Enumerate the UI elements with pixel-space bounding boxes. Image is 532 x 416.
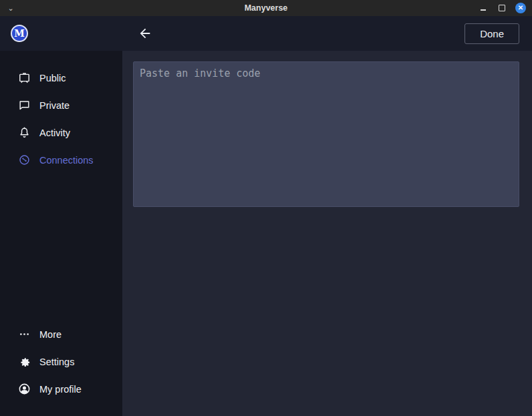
connections-icon <box>18 154 31 166</box>
minimize-button[interactable] <box>477 2 489 14</box>
sidebar-item-more[interactable]: More <box>0 321 122 348</box>
done-button[interactable]: Done <box>464 23 519 44</box>
restore-icon <box>499 5 505 11</box>
main-content <box>122 51 532 416</box>
back-button[interactable] <box>134 23 156 44</box>
sidebar-item-public[interactable]: Public <box>0 64 122 91</box>
invite-code-input[interactable] <box>133 61 519 207</box>
window-title: Manyverse <box>0 3 532 13</box>
restore-button[interactable] <box>496 2 508 14</box>
sidebar: Public Private Activit <box>0 51 122 416</box>
sidebar-item-private[interactable]: Private <box>0 91 122 119</box>
bell-icon <box>18 126 31 139</box>
sidebar-item-activity[interactable]: Activity <box>0 119 122 146</box>
sidebar-item-label: Connections <box>39 155 94 166</box>
sidebar-footer: More Settings My <box>0 321 122 416</box>
message-icon <box>18 99 31 112</box>
back-arrow-icon <box>138 26 152 41</box>
dots-horizontal-icon <box>18 328 31 341</box>
window-menu-chevron-icon[interactable]: ⌄ <box>3 0 19 16</box>
close-icon: ✕ <box>515 3 526 13</box>
manyverse-window: ⌄ Manyverse ✕ M Done <box>0 0 532 416</box>
sidebar-item-label: Public <box>39 73 66 83</box>
sidebar-item-label: My profile <box>39 384 82 395</box>
sidebar-item-label: Private <box>39 100 70 111</box>
body: Public Private Activit <box>0 51 532 416</box>
close-button[interactable]: ✕ <box>515 2 527 14</box>
account-circle-icon <box>18 383 31 395</box>
app-header: M Done <box>0 16 532 51</box>
minimize-icon <box>481 9 486 11</box>
window-controls: ✕ <box>477 2 532 14</box>
sidebar-item-my-profile[interactable]: My profile <box>0 375 122 403</box>
gear-icon <box>18 355 31 368</box>
sidebar-item-label: Activity <box>39 128 70 138</box>
sidebar-item-connections[interactable]: Connections <box>0 146 122 174</box>
titlebar: ⌄ Manyverse ✕ <box>0 0 532 16</box>
bulletin-board-icon <box>18 71 31 84</box>
sidebar-item-label: More <box>39 329 61 340</box>
logo-zone: M <box>0 25 122 42</box>
sidebar-item-label: Settings <box>39 357 74 367</box>
sidebar-item-settings[interactable]: Settings <box>0 348 122 375</box>
manyverse-logo-icon: M <box>11 25 28 42</box>
